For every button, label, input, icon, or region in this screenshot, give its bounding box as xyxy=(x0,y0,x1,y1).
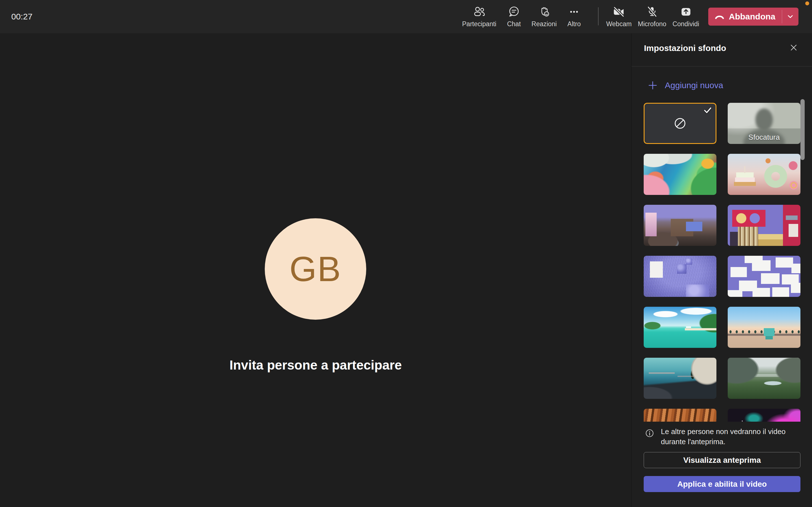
apply-and-enable-video-button[interactable]: Applica e abilita il video xyxy=(644,476,801,492)
microphone-label: Microfono xyxy=(638,20,666,28)
mic-off-icon xyxy=(646,5,659,18)
background-option-fantasy-planet[interactable] xyxy=(644,358,716,399)
participants-button[interactable]: Partecipanti xyxy=(460,0,498,33)
background-option-birthday-candyland[interactable] xyxy=(728,154,801,195)
more-button[interactable]: Altro xyxy=(566,0,582,33)
share-screen-icon xyxy=(679,5,693,18)
preview-info-note: Le altre persone non vedranno il video d… xyxy=(645,427,797,447)
microphone-button[interactable]: Microfono xyxy=(636,0,668,33)
leave-button[interactable]: Abbandona xyxy=(708,8,782,25)
no-background-icon xyxy=(673,116,688,131)
blur-label: Sfocatura xyxy=(728,133,801,142)
background-option-none[interactable] xyxy=(644,103,716,144)
info-icon xyxy=(645,429,654,438)
toolbar-separator xyxy=(598,7,599,25)
chat-button[interactable]: Chat xyxy=(505,0,522,33)
background-option-tropical-lagoon[interactable] xyxy=(644,307,716,348)
panel-title: Impostazioni sfondo xyxy=(644,43,726,53)
meeting-toolbar: 00:27 Partecipanti Chat xyxy=(0,0,812,33)
hangup-icon xyxy=(715,13,724,20)
background-settings-panel: Impostazioni sfondo Aggiungi nuova xyxy=(631,33,812,507)
leave-options-button[interactable] xyxy=(782,8,799,25)
toolbar-group-devices: Webcam Microfono Condividi xyxy=(605,0,701,33)
add-new-label: Aggiungi nuova xyxy=(665,80,723,90)
background-option-pantone-swatches[interactable] xyxy=(728,256,801,297)
chat-label: Chat xyxy=(507,20,521,28)
share-label: Condividi xyxy=(672,20,699,28)
participants-label: Partecipanti xyxy=(462,20,496,28)
background-option-mountain-valley[interactable] xyxy=(728,358,801,399)
meeting-timer: 00:27 xyxy=(11,0,33,33)
webcam-button[interactable]: Webcam xyxy=(605,0,633,33)
plus-icon xyxy=(647,80,658,91)
reactions-button[interactable]: Reazioni xyxy=(530,0,559,33)
chevron-down-icon xyxy=(785,12,795,21)
background-option-very-peri-fur[interactable] xyxy=(644,256,716,297)
preview-button[interactable]: Visualizza anteprima xyxy=(644,452,801,468)
background-option-purple-galaxy[interactable] xyxy=(728,409,801,421)
leave-button-group: Abbandona xyxy=(708,8,799,25)
raised-hand-smiley-icon xyxy=(538,5,551,18)
meeting-stage: GB Invita persone a partecipare xyxy=(0,33,631,507)
panel-scrollbar-thumb[interactable] xyxy=(801,99,805,160)
share-button[interactable]: Condividi xyxy=(671,0,701,33)
toolbar-group-main: Partecipanti Chat Reazioni Al xyxy=(460,0,582,33)
camera-off-icon xyxy=(612,5,625,18)
backgrounds-scroll-area: Aggiungi nuova Sfocatura xyxy=(631,66,812,421)
background-option-blur[interactable]: Sfocatura xyxy=(728,103,801,144)
background-option-orange-canyon[interactable] xyxy=(644,409,716,421)
info-text: Le altre persone non vedranno il video d… xyxy=(661,427,791,447)
blur-silhouette-head xyxy=(755,108,773,131)
background-option-colorful-studio-shelf[interactable] xyxy=(728,205,801,246)
avatar-initials: GB xyxy=(289,249,342,289)
background-option-purple-living-room[interactable] xyxy=(644,205,716,246)
webcam-label: Webcam xyxy=(606,20,631,28)
background-option-abstract-papercut[interactable] xyxy=(644,154,716,195)
more-label: Altro xyxy=(567,20,581,28)
notification-dot xyxy=(805,1,809,5)
close-panel-button[interactable] xyxy=(786,41,801,55)
chat-icon xyxy=(507,5,520,18)
people-icon xyxy=(473,5,486,18)
background-option-sunset-beach[interactable] xyxy=(728,307,801,348)
add-new-background-button[interactable]: Aggiungi nuova xyxy=(647,80,723,91)
invite-message: Invita persone a partecipare xyxy=(0,357,631,373)
reactions-label: Reazioni xyxy=(531,20,557,28)
selected-check-icon xyxy=(703,106,712,115)
ellipsis-icon xyxy=(567,5,580,18)
close-icon xyxy=(789,43,799,52)
avatar: GB xyxy=(265,218,366,320)
leave-label: Abbandona xyxy=(729,12,775,21)
